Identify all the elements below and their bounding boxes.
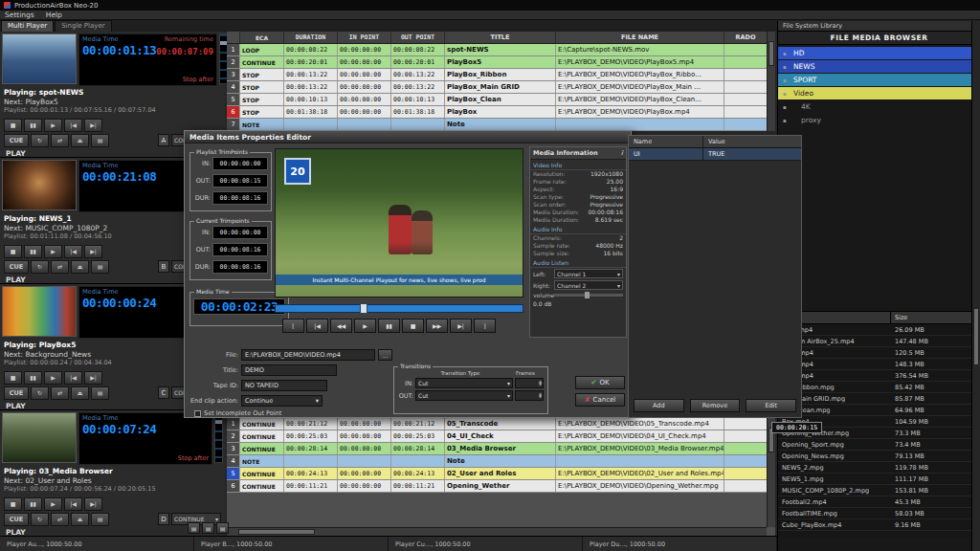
play-button[interactable]: ▶ — [44, 245, 62, 258]
cue-button[interactable]: CUE — [4, 386, 29, 400]
tab-single-player[interactable]: Single Player — [55, 20, 112, 32]
col-duration[interactable]: DURATION — [284, 32, 338, 43]
playlist-row[interactable]: 2 CONTINUE 00:00:20:01 00:00:00:00 00:00… — [227, 56, 767, 69]
playlist-bottom-hscrollbar[interactable] — [227, 527, 767, 536]
playlist-row[interactable]: 4 STOP 00:00:13:22 00:00:00:00 00:00:13:… — [227, 81, 767, 94]
save-button[interactable]: ▤ — [91, 513, 109, 526]
scroll-thumb[interactable] — [973, 308, 979, 365]
pause-button[interactable]: ▮▮ — [24, 245, 42, 258]
skip-back-button[interactable]: |◀ — [64, 497, 82, 511]
file-row[interactable]: MUSIC_COMP_1080P_2.mpg 153.81 MB — [778, 485, 972, 496]
file-row[interactable]: duction AirBox_25.mp4 147.48 MB — [778, 336, 972, 347]
playlist-row[interactable]: 5 STOP 00:00:10:13 00:00:00:00 00:00:10:… — [227, 94, 767, 106]
file-row[interactable]: Box_Ribbon.mpg 85.42 MB — [778, 382, 972, 393]
spin-down-icon[interactable]: ▼ — [539, 395, 542, 399]
player-thumbnail[interactable] — [2, 286, 77, 337]
col-name[interactable]: Name — [629, 136, 703, 147]
col-rado[interactable]: RADO — [724, 32, 767, 43]
col-in-point[interactable]: IN POINT — [338, 32, 391, 43]
eject-button[interactable]: ⏏ — [71, 134, 89, 147]
current-out-field[interactable]: 00:00:08:16 — [212, 243, 268, 256]
playlist-row[interactable]: 6 CONTINUE 00:00:11:21 00:00:00:00 00:00… — [227, 480, 767, 493]
stop-button[interactable]: ■ — [4, 497, 22, 511]
save-button[interactable]: ▤ — [91, 134, 109, 147]
edit-button[interactable]: Edit — [746, 399, 796, 412]
playlist-bottom-vscrollbar[interactable] — [767, 418, 775, 527]
add-button[interactable]: Add — [634, 399, 684, 412]
shuffle-button[interactable]: ⇄ — [51, 134, 69, 147]
playlist-dur-field[interactable]: 00:00:08:16 — [212, 191, 268, 205]
save-button[interactable]: ▤ — [91, 260, 109, 274]
pause-button[interactable]: ▮▮ — [24, 371, 42, 385]
tab-multi-player[interactable]: Multi Player — [1, 20, 54, 32]
volume-handle[interactable] — [215, 420, 222, 424]
play-button[interactable]: ▶ — [44, 371, 62, 385]
page-button[interactable]: ▤ — [202, 522, 214, 534]
col-eca[interactable]: ECA — [240, 32, 284, 43]
end-clip-action-dropdown[interactable]: Continue▾ — [241, 395, 323, 407]
skip-forward-button[interactable]: ▶| — [84, 119, 102, 132]
skip-back-button[interactable]: |◀ — [64, 245, 82, 258]
seek-handle[interactable] — [360, 303, 368, 314]
play-button[interactable]: ▶ — [44, 497, 62, 511]
playlist-row[interactable]: 4 NOTE Note — [227, 455, 767, 468]
file-row[interactable]: NEWS_2.mpg 119.78 MB — [778, 462, 972, 474]
tree-item[interactable]: ▪ NEWS — [778, 60, 971, 73]
volume-handle[interactable] — [220, 41, 227, 45]
file-row[interactable]: Box_Clean.mpg 64.96 MB — [778, 405, 972, 416]
cue-button[interactable]: CUE — [4, 513, 29, 526]
transition-out-frames-spinner[interactable]: ▲▼ — [515, 390, 544, 401]
skip-forward-button[interactable]: ▶| — [84, 371, 102, 385]
menu-item[interactable]: Help — [46, 11, 62, 19]
cancel-button[interactable]: ✘Cancel — [575, 393, 625, 407]
video-preview[interactable]: 20 Instant Multi-Channel Playout for new… — [275, 148, 523, 298]
tree-item[interactable]: ▪ proxy — [778, 114, 971, 126]
clip-title-field[interactable]: DEMO — [241, 364, 337, 376]
frame-back-button[interactable]: ◀◀ — [330, 319, 352, 333]
skip-back-button[interactable]: |◀ — [64, 119, 82, 132]
player-thumbnail[interactable] — [2, 412, 77, 463]
loop-button[interactable]: ↻ — [31, 386, 49, 400]
dialog-titlebar[interactable]: Media Items Properties Editor — [185, 131, 631, 143]
pause-button[interactable]: ▮▮ — [24, 119, 42, 132]
current-in-field[interactable]: 00:00:00:00 — [212, 226, 268, 239]
tree-item[interactable]: ▪ Video — [778, 87, 971, 99]
transition-in-frames-spinner[interactable]: ▲▼ — [515, 378, 544, 388]
file-row[interactable]: y_40.mp4 26.09 MB — [778, 324, 972, 336]
playlist-out-field[interactable]: 00:00:08:15 — [212, 174, 268, 187]
skip-back-button[interactable]: |◀ — [64, 371, 82, 385]
tape-id-field[interactable]: NO TAPEID — [241, 380, 327, 391]
file-row[interactable]: FootballTIME.mpg 58.03 MB — [778, 508, 972, 519]
player-thumbnail[interactable] — [2, 160, 77, 210]
player-volume-slider[interactable] — [214, 412, 223, 463]
scroll-thumb[interactable] — [768, 41, 774, 66]
stop-button[interactable]: ■ — [402, 319, 424, 333]
shuffle-button[interactable]: ⇄ — [51, 386, 69, 400]
skip-forward-button[interactable]: ▶| — [84, 245, 102, 258]
spin-down-icon[interactable]: ▼ — [539, 383, 542, 386]
tree-item[interactable]: ▪ SPORT — [778, 74, 971, 86]
stop-button[interactable]: ■ — [4, 245, 22, 258]
col-number[interactable] — [227, 32, 240, 43]
playlist-row[interactable]: 3 STOP 00:00:13:22 00:00:00:00 00:00:13:… — [227, 69, 767, 81]
col-title[interactable]: TITLE — [445, 32, 556, 43]
playlist-row[interactable]: 1 LOOP 00:00:08:22 00:00:00:00 00:00:08:… — [227, 44, 767, 56]
col-out-point[interactable]: OUT POINT — [391, 32, 445, 43]
right-channel-dropdown[interactable]: Channel 2▾ — [554, 280, 623, 290]
file-row[interactable]: Football2.mp4 45.3 MB — [778, 496, 972, 508]
file-row[interactable]: Cube_PlayBox.mp4 9.16 MB — [778, 519, 972, 531]
playlist-row[interactable]: 1 CONTINUE 00:00:21:12 00:00:00:00 00:00… — [227, 418, 767, 430]
stop-button[interactable]: ■ — [4, 371, 22, 385]
file-row[interactable]: Box4.mp4 376.54 MB — [778, 370, 972, 382]
page-button[interactable]: ▤ — [216, 522, 229, 534]
attribute-row[interactable]: UI TRUE — [629, 148, 801, 161]
mark-in-button[interactable]: [ — [282, 319, 304, 333]
pause-button[interactable]: ▮▮ — [24, 497, 42, 511]
skip-end-button[interactable]: ▶| — [450, 319, 472, 333]
shuffle-button[interactable]: ⇄ — [51, 513, 69, 526]
file-path-field[interactable]: E:\PLAYBOX_DEMO\VIDEO.mp4 — [241, 349, 375, 361]
skip-start-button[interactable]: |◀ — [306, 319, 328, 333]
frame-forward-button[interactable]: ▶▶ — [426, 319, 448, 333]
save-button[interactable]: ▤ — [91, 386, 109, 400]
loop-button[interactable]: ↻ — [31, 513, 49, 526]
